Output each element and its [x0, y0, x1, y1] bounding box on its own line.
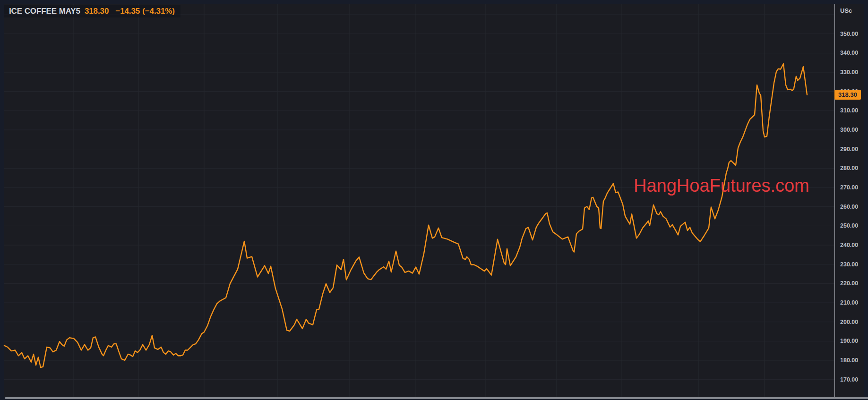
price-scale[interactable]: USc 350.00340.00330.00320.00310.00300.00…: [834, 4, 864, 397]
price-tag: 318.30: [834, 90, 861, 100]
price-tick-label: 330.00: [840, 69, 858, 76]
price-tick-label: 220.00: [840, 280, 858, 287]
price-scale-unit: USc: [840, 8, 852, 14]
price-tick-label: 170.00: [840, 376, 858, 383]
symbol-legend[interactable]: ICE COFFEE MAY5 318.30 −14.35 (−4.31%): [4, 5, 180, 17]
price-tick-label: 240.00: [840, 242, 858, 248]
price-tick-label: 310.00: [840, 107, 858, 114]
price-tick-label: 250.00: [840, 222, 858, 229]
price-change-percent: (−4.31%): [142, 7, 175, 16]
price-chart-canvas[interactable]: [0, 0, 868, 400]
price-tick-label: 280.00: [840, 165, 858, 171]
price-tick-label: 260.00: [840, 204, 858, 210]
price-tick-label: 210.00: [840, 299, 858, 306]
last-price: 318.30: [85, 7, 109, 16]
price-tick-label: 200.00: [840, 319, 858, 325]
price-tick-label: 180.00: [840, 357, 858, 364]
chart-window: { "legend": { "symbol": "ICE COFFEE MAY5…: [0, 0, 868, 400]
symbol-name: ICE COFFEE MAY5: [9, 7, 80, 16]
price-tick-label: 300.00: [840, 127, 858, 133]
bottom-scrollbar[interactable]: [5, 397, 868, 399]
price-tick-label: 190.00: [840, 338, 858, 344]
price-tick-label: 270.00: [840, 184, 858, 191]
price-change: −14.35: [115, 7, 140, 16]
watermark: HangHoaFutures.com: [634, 176, 809, 196]
price-tick-label: 230.00: [840, 261, 858, 268]
price-tick-label: 350.00: [840, 31, 858, 37]
price-tick-label: 290.00: [840, 146, 858, 153]
price-tick-label: 340.00: [840, 50, 858, 56]
